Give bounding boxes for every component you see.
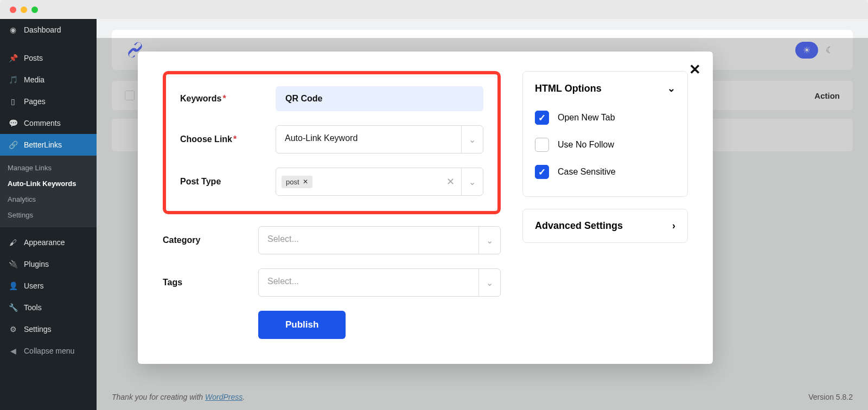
select-placeholder: Select... (259, 269, 478, 296)
case-sensitive-checkbox[interactable] (535, 165, 549, 179)
chevron-down-icon: ⌄ (478, 227, 500, 254)
close-window-dot[interactable] (10, 7, 16, 13)
sub-auto-link-keywords[interactable]: Auto-Link Keywords (0, 176, 97, 191)
comment-icon: 💬 (8, 118, 18, 129)
post-type-tag: post ✕ (282, 176, 312, 188)
select-value: Auto-Link Keyword (276, 126, 461, 153)
sidebar-label: Media (24, 75, 44, 84)
sidebar-label: Plugins (24, 260, 49, 268)
brush-icon: 🖌 (8, 237, 18, 248)
user-icon: 👤 (8, 280, 18, 291)
pin-icon: 📌 (8, 53, 18, 63)
keywords-input[interactable] (276, 86, 483, 111)
html-options-toggle[interactable]: HTML Options ⌄ (535, 82, 675, 94)
use-no-follow-label: Use No Follow (558, 140, 614, 150)
sidebar-label: Users (24, 281, 44, 290)
admin-sidebar: ◉ Dashboard 📌 Posts 🎵 Media ▯ Pages 💬 Co… (0, 19, 97, 410)
sidebar-label: Pages (24, 97, 46, 106)
sidebar-item-tools[interactable]: 🔧 Tools (0, 297, 97, 318)
sidebar-label: Appearance (24, 238, 65, 247)
gauge-icon: ◉ (8, 24, 18, 35)
sidebar-label: Comments (24, 119, 61, 127)
sidebar-label: Dashboard (24, 25, 61, 34)
collapse-menu[interactable]: ◀ Collapse menu (0, 340, 97, 362)
case-sensitive-label: Case Sensitive (558, 167, 616, 177)
publish-button[interactable]: Publish (258, 311, 346, 339)
sub-manage-links[interactable]: Manage Links (0, 160, 97, 176)
chevron-down-icon: ⌄ (667, 82, 675, 94)
sidebar-item-comments[interactable]: 💬 Comments (0, 112, 97, 134)
open-new-tab-checkbox[interactable] (535, 111, 549, 125)
sidebar-label: Tools (24, 303, 42, 312)
sub-analytics[interactable]: Analytics (0, 191, 97, 207)
open-new-tab-label: Open New Tab (558, 113, 615, 123)
post-type-label: Post Type (180, 177, 276, 187)
sidebar-item-dashboard[interactable]: ◉ Dashboard (0, 19, 97, 41)
window-chrome (0, 0, 868, 19)
category-select[interactable]: Select... ⌄ (258, 226, 501, 254)
sub-settings[interactable]: Settings (0, 207, 97, 223)
tags-select[interactable]: Select... ⌄ (258, 268, 501, 297)
chevron-down-icon: ⌄ (461, 168, 483, 195)
choose-link-label: Choose Link* (180, 134, 276, 144)
post-type-select[interactable]: post ✕ ✕ ⌄ (276, 168, 483, 196)
chevron-down-icon: ⌄ (478, 269, 500, 296)
use-no-follow-checkbox[interactable] (535, 138, 549, 152)
clear-select-icon[interactable]: ✕ (439, 168, 461, 195)
sidebar-item-appearance[interactable]: 🖌 Appearance (0, 232, 97, 253)
sidebar-label: Posts (24, 54, 43, 62)
remove-tag-icon[interactable]: ✕ (303, 178, 308, 185)
highlighted-fields: Keywords* Choose Link* Auto-Link Keyword… (163, 71, 501, 214)
select-placeholder: Select... (259, 227, 478, 254)
advanced-settings-panel: Advanced Settings › (522, 209, 688, 243)
sidebar-label: BetterLinks (24, 140, 62, 149)
sidebar-item-users[interactable]: 👤 Users (0, 275, 97, 297)
sidebar-submenu: Manage Links Auto-Link Keywords Analytic… (0, 156, 97, 227)
tags-label: Tags (163, 278, 258, 287)
keywords-label: Keywords* (180, 94, 276, 104)
media-icon: 🎵 (8, 74, 18, 85)
page-icon: ▯ (8, 96, 18, 107)
category-label: Category (163, 235, 258, 245)
modal-close-button[interactable]: ✕ (689, 61, 701, 78)
sidebar-item-posts[interactable]: 📌 Posts (0, 47, 97, 69)
sidebar-label: Settings (24, 325, 52, 334)
sidebar-item-betterlinks[interactable]: 🔗 BetterLinks (0, 134, 97, 156)
link-icon: 🔗 (8, 139, 18, 150)
auto-link-modal: ✕ Keywords* Choose Link* Auto-Link (138, 52, 713, 364)
advanced-settings-toggle[interactable]: Advanced Settings › (535, 220, 675, 232)
html-options-panel: HTML Options ⌄ Open New Tab Use No Follo… (522, 71, 688, 197)
collapse-icon: ◀ (8, 345, 18, 356)
collapse-label: Collapse menu (24, 347, 74, 355)
chevron-right-icon: › (672, 220, 675, 232)
minimize-window-dot[interactable] (21, 7, 27, 13)
sidebar-item-media[interactable]: 🎵 Media (0, 69, 97, 91)
chevron-down-icon: ⌄ (461, 126, 483, 153)
sidebar-item-plugins[interactable]: 🔌 Plugins (0, 253, 97, 275)
choose-link-select[interactable]: Auto-Link Keyword ⌄ (276, 125, 483, 153)
wrench-icon: 🔧 (8, 302, 18, 313)
maximize-window-dot[interactable] (31, 7, 38, 13)
plug-icon: 🔌 (8, 259, 18, 270)
sidebar-item-pages[interactable]: ▯ Pages (0, 91, 97, 112)
sliders-icon: ⚙ (8, 324, 18, 335)
sidebar-item-settings[interactable]: ⚙ Settings (0, 318, 97, 340)
